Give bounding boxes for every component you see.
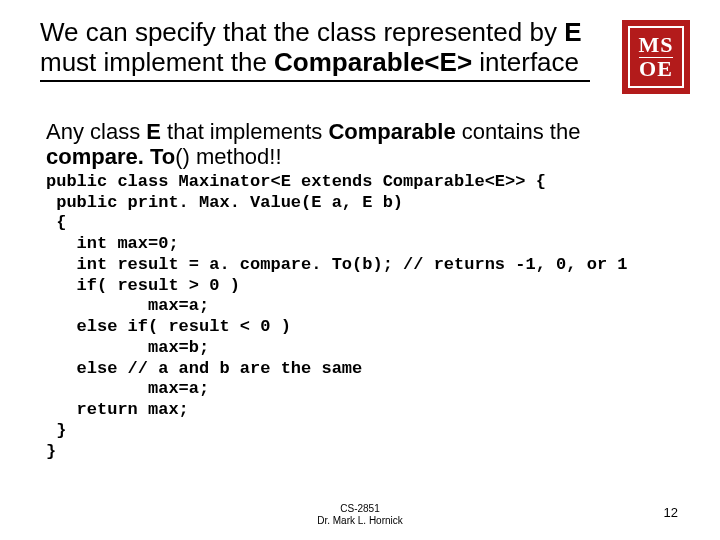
- footer: CS-2851 Dr. Mark L. Hornick: [0, 503, 720, 526]
- logo-inner: MS OE: [628, 26, 684, 88]
- title-bold-comparable: Comparable<E>: [274, 47, 472, 77]
- slide-title: We can specify that the class represente…: [40, 18, 590, 82]
- sub-3: that implements: [161, 119, 329, 144]
- logo-text-bottom: OE: [639, 57, 673, 79]
- code-block: public class Maxinator<E extends Compara…: [46, 172, 706, 462]
- title-bold-E: E: [564, 17, 581, 47]
- title-text-3: must implement the: [40, 47, 274, 77]
- sub-5: contains the: [456, 119, 581, 144]
- sub-7: () method!!: [175, 144, 281, 169]
- title-text-5: interface: [472, 47, 579, 77]
- footer-course: CS-2851: [0, 503, 720, 515]
- page-number: 12: [664, 505, 678, 520]
- logo-text-top: MS: [639, 36, 674, 55]
- footer-author: Dr. Mark L. Hornick: [0, 515, 720, 527]
- subtitle: Any class E that implements Comparable c…: [46, 120, 666, 169]
- sub-bold-E: E: [146, 119, 161, 144]
- slide: We can specify that the class represente…: [0, 0, 720, 540]
- sub-bold-comparable: Comparable: [328, 119, 455, 144]
- sub-bold-compareTo: compare. To: [46, 144, 175, 169]
- sub-1: Any class: [46, 119, 146, 144]
- msoe-logo: MS OE: [622, 20, 690, 94]
- title-text-1: We can specify that the class represente…: [40, 17, 564, 47]
